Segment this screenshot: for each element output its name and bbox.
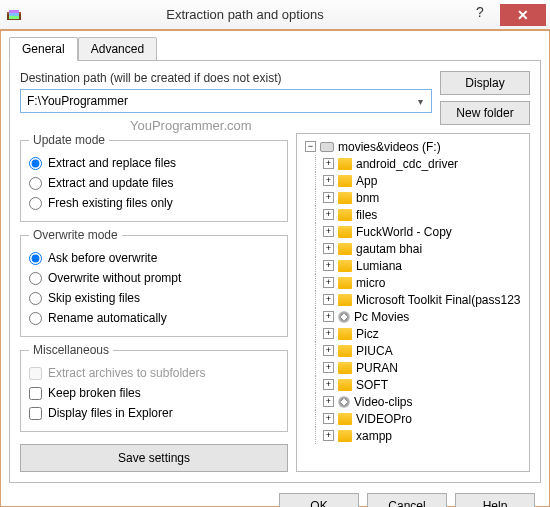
folder-icon — [338, 328, 352, 340]
expand-icon[interactable]: + — [323, 379, 334, 390]
expand-icon[interactable]: + — [323, 243, 334, 254]
drive-icon — [320, 142, 334, 152]
svg-rect-3 — [9, 13, 19, 16]
misc-opt-explorer[interactable]: Display files in Explorer — [29, 403, 279, 423]
expand-icon[interactable]: + — [323, 294, 334, 305]
tree-item[interactable]: +PIUCA — [301, 342, 525, 359]
save-settings-button[interactable]: Save settings — [20, 444, 288, 472]
expand-icon[interactable]: + — [323, 175, 334, 186]
overwrite-mode-group: Overwrite mode Ask before overwrite Over… — [20, 228, 288, 337]
svg-rect-4 — [9, 16, 19, 19]
folder-icon — [338, 362, 352, 374]
folder-tree[interactable]: −movies&videos (F:)+android_cdc_driver+A… — [296, 133, 530, 472]
update-mode-group: Update mode Extract and replace files Ex… — [20, 133, 288, 222]
expand-icon[interactable]: + — [323, 311, 334, 322]
folder-icon — [338, 413, 352, 425]
titlebar-help-button[interactable]: ? — [460, 4, 500, 26]
folder-icon — [338, 226, 352, 238]
tree-item[interactable]: +Picz — [301, 325, 525, 342]
expand-icon[interactable]: + — [323, 413, 334, 424]
update-opt-replace[interactable]: Extract and replace files — [29, 153, 279, 173]
expand-icon[interactable]: + — [323, 277, 334, 288]
expand-icon[interactable]: + — [323, 328, 334, 339]
folder-icon — [338, 158, 352, 170]
folder-icon — [338, 260, 352, 272]
folder-icon — [338, 379, 352, 391]
chevron-down-icon[interactable]: ▾ — [414, 96, 427, 107]
titlebar: Extraction path and options ? ✕ — [0, 0, 550, 30]
folder-icon — [338, 277, 352, 289]
update-mode-legend: Update mode — [29, 133, 109, 147]
folder-icon — [338, 175, 352, 187]
folder-icon — [338, 209, 352, 221]
destination-combo[interactable]: ▾ — [20, 89, 432, 113]
folder-icon — [338, 192, 352, 204]
tab-panel-general: Destination path (will be created if doe… — [9, 60, 541, 483]
ok-button[interactable]: OK — [279, 493, 359, 507]
expand-icon[interactable]: + — [323, 226, 334, 237]
misc-opt-keep-broken[interactable]: Keep broken files — [29, 383, 279, 403]
window-title: Extraction path and options — [30, 7, 460, 22]
overwrite-opt-skip[interactable]: Skip existing files — [29, 288, 279, 308]
tree-item[interactable]: +xampp — [301, 427, 525, 444]
destination-label: Destination path (will be created if doe… — [20, 71, 432, 85]
misc-legend: Miscellaneous — [29, 343, 113, 357]
expand-icon[interactable]: + — [323, 158, 334, 169]
tree-item[interactable]: +Lumiana — [301, 257, 525, 274]
collapse-icon[interactable]: − — [305, 141, 316, 152]
destination-input[interactable] — [25, 93, 414, 109]
tree-item[interactable]: +VIDEOPro — [301, 410, 525, 427]
tree-item[interactable]: +SOFT — [301, 376, 525, 393]
new-folder-button[interactable]: New folder — [440, 101, 530, 125]
expand-icon[interactable]: + — [323, 260, 334, 271]
expand-icon[interactable]: + — [323, 192, 334, 203]
expand-icon[interactable]: + — [323, 396, 334, 407]
tree-item[interactable]: +PURAN — [301, 359, 525, 376]
display-button[interactable]: Display — [440, 71, 530, 95]
expand-icon[interactable]: + — [323, 362, 334, 373]
folder-icon — [338, 294, 352, 306]
tree-item[interactable]: +files — [301, 206, 525, 223]
misc-opt-subfolders: Extract archives to subfolders — [29, 363, 279, 383]
tree-root[interactable]: −movies&videos (F:) — [301, 138, 525, 155]
overwrite-opt-ask[interactable]: Ask before overwrite — [29, 248, 279, 268]
tree-item[interactable]: +Pc Movies — [301, 308, 525, 325]
tab-strip: General Advanced — [9, 37, 541, 61]
tree-item[interactable]: +bnm — [301, 189, 525, 206]
folder-icon — [338, 243, 352, 255]
tree-item[interactable]: +Microsoft Toolkit Final(pass123 — [301, 291, 525, 308]
update-opt-fresh[interactable]: Fresh existing files only — [29, 193, 279, 213]
tree-item[interactable]: +App — [301, 172, 525, 189]
close-button[interactable]: ✕ — [500, 4, 546, 26]
overwrite-opt-noprompt[interactable]: Overwrite without prompt — [29, 268, 279, 288]
overwrite-opt-rename[interactable]: Rename automatically — [29, 308, 279, 328]
tree-item[interactable]: +Video-clips — [301, 393, 525, 410]
cancel-button[interactable]: Cancel — [367, 493, 447, 507]
tree-item[interactable]: +micro — [301, 274, 525, 291]
expand-icon[interactable]: + — [323, 209, 334, 220]
folder-icon — [338, 430, 352, 442]
dialog-footer: OK Cancel Help — [9, 483, 541, 507]
tree-item[interactable]: +android_cdc_driver — [301, 155, 525, 172]
media-icon — [338, 311, 350, 323]
tab-general[interactable]: General — [9, 37, 78, 61]
help-button[interactable]: Help — [455, 493, 535, 507]
update-opt-update[interactable]: Extract and update files — [29, 173, 279, 193]
tree-item[interactable]: +FuckWorld - Copy — [301, 223, 525, 240]
expand-icon[interactable]: + — [323, 345, 334, 356]
media-icon — [338, 396, 350, 408]
overwrite-mode-legend: Overwrite mode — [29, 228, 122, 242]
tab-advanced[interactable]: Advanced — [78, 37, 157, 61]
expand-icon[interactable]: + — [323, 430, 334, 441]
svg-rect-2 — [9, 10, 19, 13]
tree-item[interactable]: +gautam bhai — [301, 240, 525, 257]
misc-group: Miscellaneous Extract archives to subfol… — [20, 343, 288, 432]
folder-icon — [338, 345, 352, 357]
app-icon — [6, 7, 22, 23]
window-body: General Advanced Destination path (will … — [0, 30, 550, 507]
